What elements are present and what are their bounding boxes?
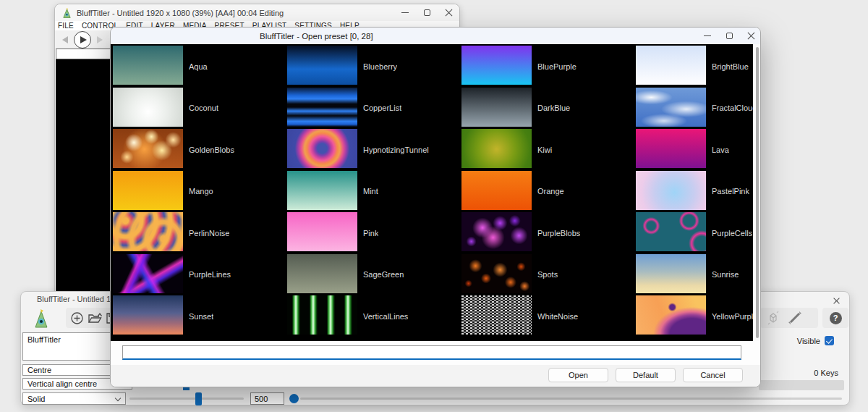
size-slider-handle[interactable] xyxy=(195,392,202,405)
preset-thumbnail xyxy=(461,129,532,168)
preset-item-orange[interactable]: Orange xyxy=(461,171,636,213)
preset-label: Mango xyxy=(189,187,213,196)
minimize-icon xyxy=(401,12,409,13)
maximize-icon xyxy=(424,9,430,16)
preset-item-fractalcloud[interactable]: FractalCloud xyxy=(636,88,753,130)
preset-item-pastelpink[interactable]: PastelPink xyxy=(636,171,753,213)
preset-thumbnail xyxy=(636,46,706,85)
size-value-input[interactable] xyxy=(250,392,284,405)
close-button[interactable] xyxy=(438,4,459,21)
preset-item-yellowpurple[interactable]: YellowPurpleB xyxy=(636,295,753,337)
filename-input[interactable] xyxy=(122,345,741,360)
preset-label: Mint xyxy=(363,187,378,196)
preset-item-sunrise[interactable]: Sunrise xyxy=(636,254,753,296)
open-button[interactable]: Open xyxy=(548,368,608,382)
preset-label: Sunset xyxy=(189,312,213,321)
layer-text-value: BluffTitler xyxy=(27,335,61,344)
menu-item-file[interactable]: FILE xyxy=(58,22,74,30)
preset-item-hypnotizingtunnel[interactable]: HypnotizingTunnel xyxy=(287,129,461,171)
dialog-title: BluffTitler - Open preset [0, 28] xyxy=(260,32,373,41)
filename-strip xyxy=(111,341,761,365)
maximize-button[interactable] xyxy=(416,4,438,21)
preset-item-purplecells[interactable]: PurpleCells xyxy=(636,212,753,254)
preset-label: CopperList xyxy=(363,104,401,112)
dialog-minimize-button[interactable] xyxy=(697,28,718,44)
preset-thumbnail xyxy=(461,254,532,293)
dialog-maximize-button[interactable] xyxy=(718,28,740,44)
play-icon xyxy=(80,36,87,43)
default-button[interactable]: Default xyxy=(616,368,676,382)
scale-tool-icon[interactable] xyxy=(766,310,780,326)
preset-thumbnail xyxy=(287,254,357,293)
preset-item-coconut[interactable]: Coconut xyxy=(113,88,287,130)
vertical-align-dropdown-value: Vertical align centre xyxy=(27,379,97,388)
preset-label: PastelPink xyxy=(712,187,749,196)
dialog-titlebar[interactable]: BluffTitler - Open preset [0, 28] xyxy=(111,28,761,44)
preset-thumbnail xyxy=(287,295,357,335)
preset-item-purplelines[interactable]: PurpleLines xyxy=(113,254,287,296)
preset-item-blueberry[interactable]: Blueberry xyxy=(287,46,461,88)
preset-label: Sunrise xyxy=(712,270,739,279)
preset-item-perlinnoise[interactable]: PerlinNoise xyxy=(113,212,287,254)
preset-label: WhiteNoise xyxy=(537,312,578,321)
preset-label: PerlinNoise xyxy=(189,229,229,237)
preset-thumbnail xyxy=(287,171,357,210)
preset-label: GoldenBlobs xyxy=(189,146,234,154)
open-media-button[interactable] xyxy=(88,312,103,324)
main-window-titlebar[interactable]: BluffTitler - Untitled 1920 x 1080 (39%)… xyxy=(55,4,459,21)
preset-item-bluepurple[interactable]: BluePurple xyxy=(461,46,636,88)
preset-label: PurpleCells xyxy=(712,229,752,237)
preset-thumbnail xyxy=(287,88,357,127)
close-icon xyxy=(747,32,755,40)
visible-checkbox[interactable] xyxy=(825,336,834,345)
rotate-tool-icon[interactable] xyxy=(786,309,804,327)
preset-item-spots[interactable]: Spots xyxy=(461,254,636,296)
preset-item-verticallines[interactable]: VerticalLines xyxy=(287,295,461,337)
preset-item-mango[interactable]: Mango xyxy=(113,171,287,213)
secondary-slider-track[interactable] xyxy=(300,398,842,400)
preset-thumbnail xyxy=(113,88,183,127)
layer-window-close-button[interactable] xyxy=(831,295,841,306)
preset-item-aqua[interactable]: Aqua xyxy=(113,46,287,88)
preset-item-pink[interactable]: Pink xyxy=(287,212,461,254)
preset-label: Lava xyxy=(712,146,729,154)
preset-item-brightblue[interactable]: BrightBlue xyxy=(636,46,753,88)
minimize-button[interactable] xyxy=(394,4,416,21)
preset-item-lava[interactable]: Lava xyxy=(636,129,753,171)
preset-thumbnail xyxy=(287,212,357,251)
style-dropdown[interactable]: Solid xyxy=(22,392,126,405)
preset-item-darkblue[interactable]: DarkBlue xyxy=(461,88,636,130)
maximize-icon xyxy=(726,33,733,39)
dialog-close-button[interactable] xyxy=(740,28,761,44)
next-frame-button[interactable] xyxy=(97,36,103,43)
timeline-scrollbar[interactable] xyxy=(759,380,844,390)
previous-frame-button[interactable] xyxy=(62,36,68,43)
preset-item-mint[interactable]: Mint xyxy=(287,171,461,213)
preset-item-whitenoise[interactable]: WhiteNoise xyxy=(461,295,636,337)
preset-label: Orange xyxy=(537,187,564,196)
add-layer-button[interactable] xyxy=(70,311,84,325)
play-button[interactable] xyxy=(74,31,91,49)
preset-scrollbar[interactable] xyxy=(753,44,761,341)
preset-thumbnail xyxy=(113,295,183,335)
preset-item-sagegreen[interactable]: SageGreen xyxy=(287,254,461,296)
preset-item-kiwi[interactable]: Kiwi xyxy=(461,129,636,171)
preset-thumbnail xyxy=(461,88,532,127)
size-slider-track[interactable] xyxy=(129,398,244,400)
preset-label: BluePurple xyxy=(537,62,576,71)
app-logo-icon xyxy=(62,8,72,18)
preset-item-copperlist[interactable]: CopperList xyxy=(287,88,461,130)
secondary-slider-handle[interactable] xyxy=(289,394,299,403)
help-button[interactable]: ? xyxy=(822,308,848,328)
cancel-button[interactable]: Cancel xyxy=(683,368,743,382)
main-window-title: BluffTitler - Untitled 1920 x 1080 (39%)… xyxy=(77,9,284,17)
preset-thumbnail xyxy=(287,46,357,85)
preset-item-purpleblobs[interactable]: PurpleBlobs xyxy=(461,212,636,254)
preset-item-sunset[interactable]: Sunset xyxy=(113,295,287,337)
preset-label: Pink xyxy=(363,229,378,237)
scrollbar-thumb[interactable] xyxy=(756,47,759,338)
preset-thumbnail xyxy=(287,129,357,168)
open-preset-dialog: BluffTitler - Open preset [0, 28] AquaBl… xyxy=(110,27,761,387)
preset-item-goldenblobs[interactable]: GoldenBlobs xyxy=(113,129,287,171)
preset-thumbnail xyxy=(113,212,183,251)
